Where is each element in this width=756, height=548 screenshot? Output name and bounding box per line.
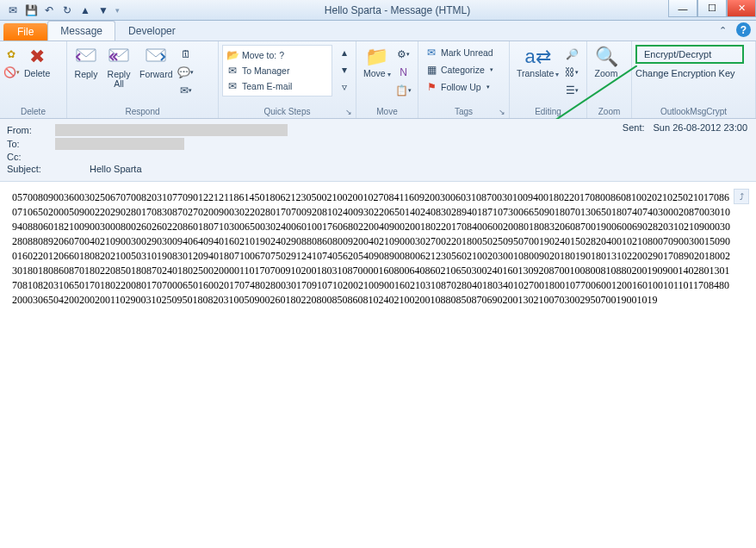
ribbon: ✿ 🚫▾ ✖ Delete Delete Reply Reply Al <box>0 41 756 119</box>
reply-icon <box>76 47 96 68</box>
categorize-button[interactable]: ▦Categorize▾ <box>422 62 497 78</box>
change-encryption-key-button[interactable]: Change Encryption Key <box>635 66 735 80</box>
qat-dropdown-icon[interactable]: ▾ <box>114 6 121 15</box>
body-text: 0570080900360030250670700820310770901221… <box>12 190 730 308</box>
group-label-editing: Editing <box>513 106 583 116</box>
next-icon[interactable]: ▼ <box>96 3 111 18</box>
sent-field: Sent:Sun 26-08-2012 23:00 <box>623 122 747 133</box>
reply-all-icon <box>108 47 129 68</box>
categorize-icon: ▦ <box>425 64 437 76</box>
group-label-move: Move <box>360 106 414 116</box>
translate-icon: a⇄ <box>525 47 551 67</box>
move-icon: 📁 <box>365 47 388 67</box>
help-icon[interactable]: ? <box>736 22 751 37</box>
meeting-icon[interactable]: 🗓 <box>178 47 194 62</box>
group-label-zoom: Zoom <box>591 106 628 116</box>
folder-move-icon: 📂 <box>226 49 239 61</box>
quickstep-team-email[interactable]: ✉Team E-mail <box>225 78 330 94</box>
group-editing: a⇄ Translate 🔎 ⛓▾ ☰▾ Editing <box>510 41 587 118</box>
to-row: To: <box>7 138 749 150</box>
group-respond: Reply Reply All Forward 🗓 💬▾ ✉▾ Respond <box>67 41 219 118</box>
group-label-quicksteps: Quick Steps↘ <box>222 106 352 116</box>
onenote-icon[interactable]: N <box>396 65 412 80</box>
subject-value: Hello Sparta <box>90 164 142 174</box>
forward-icon <box>146 47 166 68</box>
delete-button[interactable]: ✖ Delete <box>21 45 53 80</box>
quicksteps-down-icon[interactable]: ▾ <box>337 62 352 78</box>
close-button[interactable]: ✕ <box>727 0 756 17</box>
message-body[interactable]: ⤴ 05700809003600302506707008203107709012… <box>0 182 756 548</box>
delete-icon: ✖ <box>29 47 45 67</box>
undo-icon[interactable]: ↶ <box>41 3 57 18</box>
group-delete: ✿ 🚫▾ ✖ Delete Delete <box>0 41 67 118</box>
quickstep-move-to[interactable]: 📂Move to: ? <box>225 47 330 63</box>
minimize-ribbon-icon[interactable]: ⌃ <box>719 25 727 36</box>
tab-file[interactable]: File <box>3 23 47 40</box>
move-button[interactable]: 📁 Move <box>360 45 394 81</box>
group-label-delete: Delete <box>3 106 63 116</box>
encrypt-decrypt-button[interactable]: Encrypt/Decrypt <box>635 45 744 64</box>
sent-value: Sun 26-08-2012 23:00 <box>654 122 747 133</box>
minimize-button[interactable]: — <box>668 0 697 17</box>
quicksteps-up-icon[interactable]: ▴ <box>337 45 352 60</box>
message-header: Sent:Sun 26-08-2012 23:00 From: To: Cc: … <box>0 119 756 182</box>
flag-icon: ⚑ <box>425 81 437 93</box>
zoom-icon: 🔍 <box>595 47 618 67</box>
group-label-outlookmsgcrypt: OutlookMsgCrypt <box>635 106 752 116</box>
tags-launcher-icon[interactable]: ↘ <box>499 108 505 116</box>
rules-icon[interactable]: ⚙▾ <box>396 47 412 62</box>
to-manager-icon: ✉ <box>226 65 239 77</box>
related-icon[interactable]: ⛓▾ <box>564 65 579 80</box>
quicksteps-launcher-icon[interactable]: ↘ <box>345 108 352 116</box>
window-title: Hello Sparta - Message (HTML) <box>127 4 668 16</box>
subject-row: Subject:Hello Sparta <box>7 164 749 174</box>
group-move: 📁 Move ⚙▾ N 📋▾ Move <box>356 41 418 118</box>
redo-icon[interactable]: ↻ <box>59 3 75 18</box>
mark-unread-icon: ✉ <box>425 47 437 59</box>
ignore-icon[interactable]: ✿ <box>3 47 19 62</box>
translate-button[interactable]: a⇄ Translate <box>513 45 562 81</box>
im-icon[interactable]: 💬▾ <box>178 65 194 80</box>
forward-button[interactable]: Forward <box>136 45 177 81</box>
mark-unread-button[interactable]: ✉Mark Unread <box>422 45 497 60</box>
ribbon-tabs: File Message Developer ⌃ ? <box>0 21 756 41</box>
from-value <box>55 124 288 136</box>
quickstep-to-manager[interactable]: ✉To Manager <box>225 63 330 78</box>
subject-label: Subject: <box>7 164 55 174</box>
tab-message[interactable]: Message <box>47 21 115 40</box>
save-icon[interactable]: 💾 <box>23 3 39 18</box>
follow-up-button[interactable]: ⚑Follow Up▾ <box>422 79 497 95</box>
group-label-tags: Tags↘ <box>422 106 505 116</box>
find-icon[interactable]: 🔎 <box>564 47 579 62</box>
reply-button[interactable]: Reply <box>71 45 102 81</box>
quicksteps-gallery[interactable]: 📂Move to: ? ✉To Manager ✉Team E-mail <box>222 45 332 97</box>
quicksteps-expand-icon[interactable]: ▿ <box>337 79 352 95</box>
group-quicksteps: 📂Move to: ? ✉To Manager ✉Team E-mail ▴ ▾… <box>219 41 356 118</box>
maximize-button[interactable]: ☐ <box>697 0 727 17</box>
zoom-button[interactable]: 🔍 Zoom <box>591 45 622 80</box>
tab-developer[interactable]: Developer <box>115 21 189 40</box>
more-respond-icon[interactable]: ✉▾ <box>178 83 194 98</box>
junk-icon[interactable]: 🚫▾ <box>3 65 19 80</box>
to-label: To: <box>7 139 55 149</box>
group-tags: ✉Mark Unread ▦Categorize▾ ⚑Follow Up▾ Ta… <box>418 41 510 118</box>
group-zoom: 🔍 Zoom Zoom <box>587 41 632 118</box>
actions-icon[interactable]: 📋▾ <box>396 83 412 98</box>
quick-access-toolbar: ✉ 💾 ↶ ↻ ▲ ▼ ▾ <box>0 0 127 20</box>
group-label-respond: Respond <box>71 106 214 116</box>
team-email-icon: ✉ <box>226 80 239 92</box>
scroll-top-icon[interactable]: ⤴ <box>734 189 749 204</box>
cc-row: Cc: <box>7 152 749 162</box>
title-bar: ✉ 💾 ↶ ↻ ▲ ▼ ▾ Hello Sparta - Message (HT… <box>0 0 756 21</box>
group-outlookmsgcrypt: Encrypt/Decrypt Change Encryption Key Ou… <box>632 41 756 118</box>
mail-icon[interactable]: ✉ <box>5 3 21 18</box>
reply-all-button[interactable]: Reply All <box>103 45 134 90</box>
to-value <box>55 138 184 150</box>
select-icon[interactable]: ☰▾ <box>564 83 579 98</box>
from-label: From: <box>7 125 55 135</box>
previous-icon[interactable]: ▲ <box>77 3 93 18</box>
cc-label: Cc: <box>7 152 55 162</box>
window-controls: — ☐ ✕ <box>668 0 756 20</box>
